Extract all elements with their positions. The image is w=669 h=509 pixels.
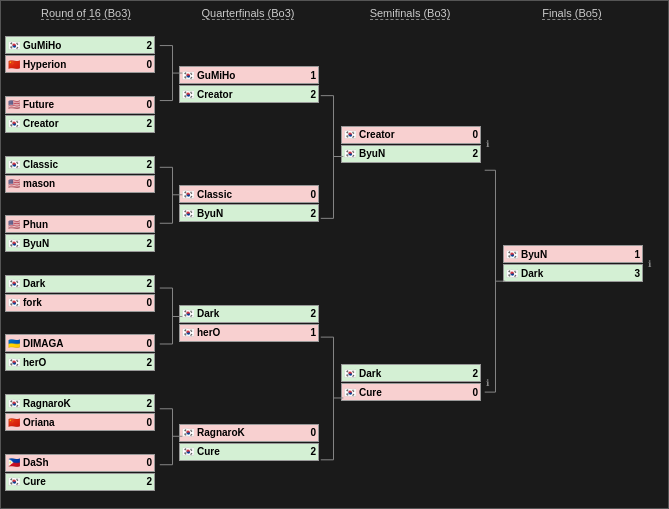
flag-icon: 🇰🇷 [344,387,356,398]
player-name: DaSh [23,457,146,468]
player-score: 0 [146,457,152,468]
player-name: Phun [23,219,146,230]
player-name: Cure [23,476,146,487]
f-header: Finals (Bo5) [491,7,653,19]
finals-p2: 🇰🇷 Dark 3 [503,264,641,282]
player-name: ByuN [521,249,634,260]
player-name: DIMAGA [23,338,146,349]
flag-icon: 🇰🇷 [182,208,194,219]
player-name: GuMiHo [197,70,310,81]
flag-icon: 🇰🇷 [182,189,194,200]
player-score: 0 [146,178,152,189]
player-score: 2 [310,89,316,100]
player-score: 1 [310,327,316,338]
finals-column: 🇰🇷 ByuN 1 🇰🇷 Dark 3 ℹ [491,23,653,504]
r16-m7-p2: 🇨🇳 Oriana 0 [5,413,167,431]
player-score: 1 [310,70,316,81]
qf-header: Quarterfinals (Bo3) [167,7,329,19]
r16-m8-p1: 🇵🇭 DaSh 0 [5,454,167,472]
info-icon[interactable]: ℹ [486,378,489,388]
flag-icon: 🇰🇷 [8,238,20,249]
flag-icon: 🇰🇷 [506,268,518,279]
player-name: Cure [359,387,472,398]
flag-icon: 🇵🇭 [8,457,20,468]
r16-m7-p1: 🇰🇷 RagnaroK 2 [5,394,167,412]
player-name: Creator [197,89,310,100]
qf-match-2: 🇰🇷 Classic 0 🇰🇷 ByuN 2 [179,185,317,222]
player-name: ByuN [23,238,146,249]
player-name: ByuN [359,148,472,159]
qf-match-3: 🇰🇷 Dark 2 🇰🇷 herO 1 [179,305,317,342]
flag-icon: 🇰🇷 [8,278,20,289]
player-score: 0 [472,129,478,140]
qf-m1-p1: 🇰🇷 GuMiHo 1 [179,66,317,84]
finals-match: 🇰🇷 ByuN 1 🇰🇷 Dark 3 ℹ [503,245,641,282]
qf-match-4: 🇰🇷 RagnaroK 0 🇰🇷 Cure 2 [179,424,317,461]
info-icon[interactable]: ℹ [486,139,489,149]
info-icon[interactable]: ℹ [648,259,651,269]
r16-header: Round of 16 (Bo3) [5,7,167,19]
player-name: GuMiHo [23,40,146,51]
flag-icon: 🇰🇷 [344,129,356,140]
player-score: 2 [472,148,478,159]
player-score: 2 [146,398,152,409]
r16-match-3: 🇰🇷 Classic 2 🇺🇸 mason 0 [5,156,167,193]
player-score: 2 [146,40,152,51]
flag-icon: 🇰🇷 [182,308,194,319]
flag-icon: 🇺🇦 [8,338,20,349]
player-score: 2 [146,118,152,129]
r16-m1-p1: 🇰🇷 GuMiHo 2 [5,36,167,54]
flag-icon: 🇰🇷 [182,427,194,438]
player-score: 0 [310,427,316,438]
sf-column: 🇰🇷 Creator 0 🇰🇷 ByuN 2 ℹ [329,23,491,504]
flag-icon: 🇰🇷 [344,368,356,379]
player-score: 0 [146,219,152,230]
player-name: Dark [197,308,310,319]
qf-m1-p2: 🇰🇷 Creator 2 [179,85,317,103]
finals-p1: 🇰🇷 ByuN 1 [503,245,641,263]
flag-icon: 🇰🇷 [182,89,194,100]
bracket-body: 🇰🇷 GuMiHo 2 🇨🇳 Hyperion 0 [5,23,664,504]
player-score: 2 [472,368,478,379]
player-score: 2 [310,208,316,219]
r16-m1-p2: 🇨🇳 Hyperion 0 [5,55,167,73]
qf-m3-p2: 🇰🇷 herO 1 [179,324,317,342]
r16-match-5: 🇰🇷 Dark 2 🇰🇷 fork 0 [5,275,167,312]
r16-m4-p2: 🇰🇷 ByuN 2 [5,234,167,252]
sf-m2-p2: 🇰🇷 Cure 0 [341,383,479,401]
flag-icon: 🇰🇷 [8,357,20,368]
qf-column: 🇰🇷 GuMiHo 1 🇰🇷 Creator 2 [167,23,329,504]
flag-icon: 🇰🇷 [344,148,356,159]
sf-match-2: 🇰🇷 Dark 2 🇰🇷 Cure 0 ℹ [341,364,479,401]
r16-m6-p2: 🇰🇷 herO 2 [5,353,167,371]
qf-m4-p2: 🇰🇷 Cure 2 [179,443,317,461]
player-score: 0 [146,99,152,110]
player-name: Creator [359,129,472,140]
flag-icon: 🇰🇷 [8,297,20,308]
player-score: 1 [634,249,640,260]
flag-icon: 🇰🇷 [8,118,20,129]
r16-m6-p1: 🇺🇦 DIMAGA 0 [5,334,167,352]
player-score: 2 [310,308,316,319]
player-score: 0 [146,338,152,349]
player-score: 2 [146,476,152,487]
flag-icon: 🇰🇷 [182,70,194,81]
flag-icon: 🇨🇳 [8,417,20,428]
qf-m3-p1: 🇰🇷 Dark 2 [179,305,317,323]
r16-m8-p2: 🇰🇷 Cure 2 [5,473,167,491]
flag-icon: 🇰🇷 [506,249,518,260]
player-name: Dark [521,268,634,279]
flag-icon: 🇺🇸 [8,178,20,189]
qf-m2-p2: 🇰🇷 ByuN 2 [179,204,317,222]
player-name: Classic [197,189,310,200]
player-name: ByuN [197,208,310,219]
sf-match-1: 🇰🇷 Creator 0 🇰🇷 ByuN 2 ℹ [341,126,479,163]
flag-icon: 🇰🇷 [182,446,194,457]
qf-match-1: 🇰🇷 GuMiHo 1 🇰🇷 Creator 2 [179,66,317,103]
player-score: 0 [146,297,152,308]
r16-match-4: 🇺🇸 Phun 0 🇰🇷 ByuN 2 [5,215,167,252]
player-score: 2 [146,238,152,249]
bracket-container: Round of 16 (Bo3) Quarterfinals (Bo3) Se… [0,0,669,509]
r16-m2-p1: 🇺🇸 Future 0 [5,96,167,114]
r16-m5-p2: 🇰🇷 fork 0 [5,294,167,312]
